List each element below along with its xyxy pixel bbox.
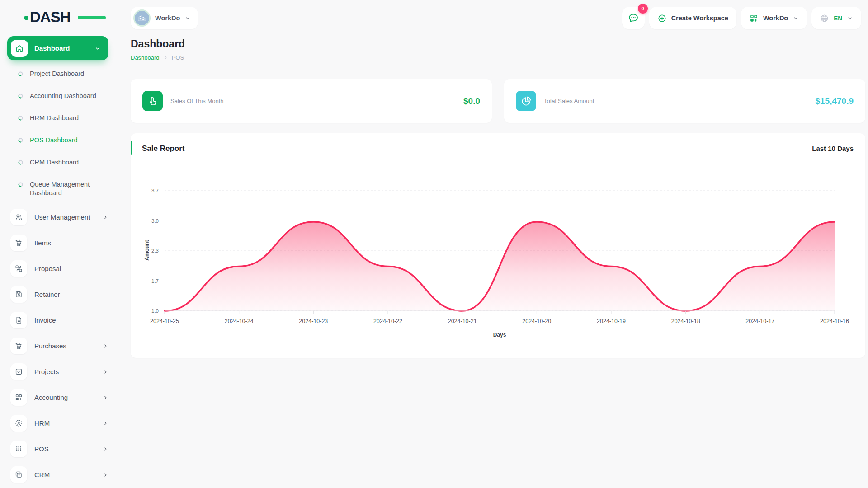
x-tick-label: 2024-10-20 [522, 318, 551, 324]
chevron-right-icon [102, 394, 108, 401]
swap-boxes-icon [10, 260, 27, 277]
sale-report-chart-area: 3.73.02.31.71.0Amount2024-10-252024-10-2… [131, 164, 865, 358]
brand-logo[interactable]: DASH [30, 8, 93, 26]
sidebar-item-dashboard[interactable]: Dashboard [7, 36, 108, 60]
y-axis-title: Amount [144, 237, 150, 264]
sidebar-item-label: Proposal [34, 265, 61, 272]
chevron-right-icon [102, 214, 108, 221]
x-tick-label: 2024-10-18 [671, 318, 700, 324]
sidebar-item-hrm-dashboard[interactable]: HRM Dashboard [7, 107, 108, 129]
sidebar-item-crm[interactable]: CRM [7, 462, 111, 488]
create-workspace-label: Create Workspace [671, 14, 728, 22]
topbar-actions: 0 Create Workspace WorkDo EN [622, 7, 861, 29]
plus-circle-icon [657, 14, 667, 23]
logo-text: DASH [30, 9, 71, 25]
create-workspace-button[interactable]: Create Workspace [649, 7, 736, 29]
y-tick-label: 3.7 [131, 188, 159, 193]
sidebar-item-invoice[interactable]: Invoice [7, 307, 111, 333]
area-chart-svg [165, 191, 835, 311]
page-title: Dashboard [131, 38, 865, 50]
dots-grid-icon [10, 441, 27, 457]
logo-dot-icon [24, 16, 28, 20]
sidebar-item-projects[interactable]: Projects [7, 359, 111, 385]
chevron-down-icon [793, 15, 799, 21]
chevron-down-icon [94, 45, 101, 52]
status-ring-icon [18, 71, 23, 76]
globe-icon [820, 14, 829, 23]
x-axis-title: Days [493, 332, 506, 338]
status-ring-icon [18, 116, 23, 121]
messages-button[interactable]: 0 [622, 7, 645, 29]
accent-bar [131, 141, 132, 155]
sidebar-menu: User ManagementItemsProposalRetainerInvo… [7, 204, 111, 488]
x-tick-label: 2024-10-25 [150, 318, 179, 324]
sidebar-item-crm-dashboard[interactable]: CRM Dashboard [7, 151, 108, 174]
sidebar-item-queue-management-dashboard[interactable]: Queue Management Dashboard [7, 174, 108, 204]
sidebar-item-pos-dashboard[interactable]: POS Dashboard [7, 129, 108, 151]
x-tick-label: 2024-10-19 [597, 318, 626, 324]
building-icon [133, 9, 151, 27]
workdo-menu-label: WorkDo [763, 14, 788, 22]
workdo-menu-button[interactable]: WorkDo [741, 7, 807, 29]
sidebar-item-label: Invoice [34, 316, 56, 324]
chevron-down-icon [847, 15, 853, 21]
sidebar-item-label: Dashboard [34, 44, 70, 52]
sidebar-item-label: Retainer [34, 291, 60, 298]
sidebar-item-label: Items [34, 239, 51, 247]
sidebar-item-accounting-dashboard[interactable]: Accounting Dashboard [7, 85, 108, 107]
sale-report-range: Last 10 Days [812, 145, 854, 152]
sidebar-item-items[interactable]: Items [7, 230, 111, 256]
sidebar-item-label: CRM Dashboard [30, 158, 79, 167]
sidebar-item-label: Accounting [34, 394, 68, 401]
sidebar-item-purchases[interactable]: Purchases [7, 333, 111, 359]
grid-plus-icon [10, 389, 27, 406]
cart-icon [10, 338, 27, 354]
status-ring-icon [18, 138, 23, 143]
status-ring-icon [18, 94, 23, 99]
sidebar-item-hrm[interactable]: HRM [7, 410, 111, 436]
x-tick-label: 2024-10-17 [745, 318, 774, 324]
status-ring-icon [18, 160, 23, 165]
x-tick-label: 2024-10-21 [448, 318, 477, 324]
x-tick-label: 2024-10-16 [820, 318, 849, 324]
logo-dash-icon [78, 16, 106, 19]
x-tick-label: 2024-10-24 [225, 318, 254, 324]
status-ring-icon [18, 182, 23, 187]
breadcrumb-dashboard-link[interactable]: Dashboard [131, 54, 160, 61]
users-icon [10, 209, 27, 225]
checkbox-icon [10, 363, 27, 380]
sidebar-item-label: HRM [34, 419, 50, 427]
squares-plus-icon [10, 466, 27, 483]
messages-badge: 0 [638, 4, 648, 14]
chevron-right-icon [102, 420, 108, 427]
sidebar-item-label: HRM Dashboard [30, 114, 79, 122]
language-selector[interactable]: EN [811, 7, 861, 29]
document-icon [10, 312, 27, 328]
sidebar-item-label: CRM [34, 471, 50, 479]
sidebar-item-proposal[interactable]: Proposal [7, 256, 111, 282]
sidebar-item-label: User Management [34, 213, 90, 221]
workspace-name: WorkDo [155, 14, 180, 22]
sidebar-item-label: POS [34, 445, 49, 453]
sidebar-item-label: Projects [34, 368, 59, 375]
sale-report-card: Sale Report Last 10 Days 3.73.02.31.71.0… [131, 133, 865, 358]
chat-bubble-icon [627, 12, 639, 24]
home-icon [11, 40, 28, 57]
chevron-right-icon [102, 343, 108, 349]
sidebar-item-label: POS Dashboard [30, 136, 78, 145]
sidebar-item-project-dashboard[interactable]: Project Dashboard [7, 63, 108, 85]
sidebar-item-pos[interactable]: POS [7, 436, 111, 462]
sidebar-item-accounting[interactable]: Accounting [7, 385, 111, 410]
sidebar-item-label: Accounting Dashboard [30, 92, 96, 100]
tap-icon [142, 91, 163, 111]
language-label: EN [834, 15, 842, 22]
workspace-switcher[interactable]: WorkDo [131, 7, 198, 29]
y-tick-label: 3.0 [131, 218, 159, 224]
chevron-right-icon [102, 446, 108, 452]
cart-icon [10, 235, 27, 251]
sidebar-item-user-management[interactable]: User Management [7, 204, 111, 230]
x-tick-label: 2024-10-23 [299, 318, 328, 324]
sidebar-item-retainer[interactable]: Retainer [7, 282, 111, 307]
y-tick-label: 1.0 [131, 308, 159, 314]
person-focus-icon [10, 415, 27, 432]
